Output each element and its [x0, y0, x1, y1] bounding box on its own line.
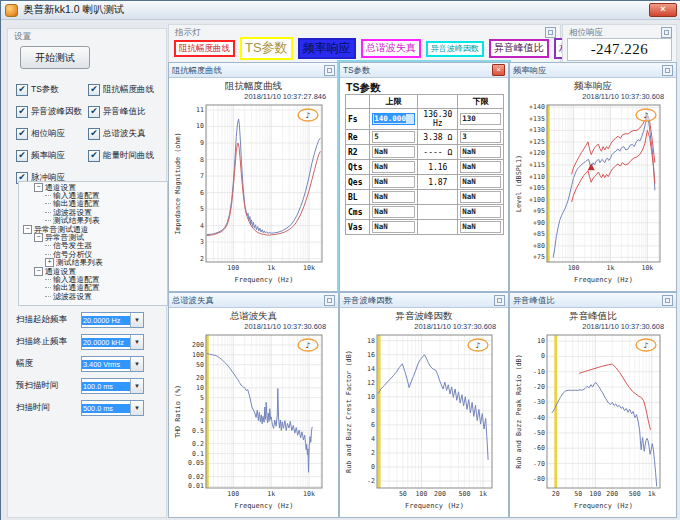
panel-titlebar-crest[interactable]: 异音波峰因数	[340, 293, 508, 308]
checkbox-异音峰值比[interactable]: ✔异音峰值比	[88, 106, 166, 118]
checkbox-总谐波失真[interactable]: ✔总谐波失真	[88, 128, 166, 140]
svg-text:0.2: 0.2	[192, 440, 204, 448]
indicator-panel: 指示灯 阻抗幅度曲线TS参数频率响应总谐波失真异音波峰因数异音峰值比相位响应	[168, 24, 561, 63]
checkbox-异音波峰因数[interactable]: ✔异音波峰因数	[16, 106, 88, 118]
settings-panel: 设置 开始测试 ✔TS参数✔阻抗幅度曲线✔异音波峰因数✔异音峰值比✔相位响应✔总…	[7, 28, 167, 518]
ts-row-R2: R2NaN---- ΩNaN	[346, 145, 504, 160]
chart-title: 阻抗幅度曲线	[173, 80, 334, 92]
ts-lower-input-Re[interactable]: 3	[460, 131, 501, 143]
ts-upper-input-Fs[interactable]: 140.000	[372, 113, 415, 125]
svg-text:+110: +110	[529, 173, 545, 181]
tree-item-输出通道配置[interactable]: 输出通道配置	[19, 200, 167, 208]
spinner-dropdown-icon[interactable]: ▼	[130, 357, 143, 371]
tree-collapse-icon[interactable]: −	[34, 233, 43, 242]
checkbox-label: 总谐波失真	[103, 128, 146, 140]
indicator-异音峰值比[interactable]: 异音峰值比	[489, 39, 549, 58]
checkbox-TS参数[interactable]: ✔TS参数	[16, 84, 88, 96]
panel-titlebar-impedance[interactable]: 阻抗幅度曲线	[169, 63, 338, 78]
indicator-频率响应[interactable]: 频率响应	[298, 38, 356, 59]
tree-collapse-icon[interactable]: −	[34, 267, 43, 276]
spinner-input-幅度[interactable]: 3.400 Vrms▼	[81, 356, 144, 372]
checkbox-阻抗幅度曲线[interactable]: ✔阻抗幅度曲线	[88, 84, 166, 96]
spinner-input-扫描时间[interactable]: 500.0 ms▼	[81, 400, 144, 416]
tree-item-异常音测试[interactable]: −异常音测试	[19, 233, 167, 241]
panel-collapse-icon[interactable]	[662, 295, 673, 306]
tree-item-信号发生器[interactable]: 信号发生器	[19, 242, 167, 250]
ts-upper-value: NaN	[374, 147, 388, 156]
svg-text:11: 11	[196, 106, 204, 114]
ts-upper-input-Vas[interactable]: NaN	[372, 221, 415, 233]
window-titlebar[interactable]: 奥普新kk1.0 喇叭测试 ×	[1, 1, 680, 20]
ts-lower-input-Qes[interactable]: NaN	[460, 176, 501, 188]
ts-row-Cms: CmsNaNNaN	[346, 205, 504, 220]
checkbox-相位响应[interactable]: ✔相位响应	[16, 128, 88, 140]
ts-upper-input-R2[interactable]: NaN	[372, 146, 415, 158]
spinner-dropdown-icon[interactable]: ▼	[130, 379, 143, 393]
chart-title: 异音峰值比	[514, 310, 672, 322]
spinner-dropdown-icon[interactable]: ▼	[130, 401, 143, 415]
spinner-dropdown-icon[interactable]: ▼	[130, 313, 143, 327]
ts-upper-input-Re[interactable]: 5	[372, 131, 415, 143]
svg-text:500: 500	[629, 490, 641, 498]
tree-collapse-icon[interactable]: −	[23, 225, 32, 234]
tree-item-输出通道配置[interactable]: 输出通道配置	[19, 284, 167, 292]
svg-text:-2: -2	[367, 477, 375, 485]
svg-text:8: 8	[200, 156, 204, 164]
svg-text:+140: +140	[529, 103, 545, 111]
spinner-input-预扫描时间[interactable]: 100.0 ms▼	[81, 378, 144, 394]
spinner-dropdown-icon[interactable]: ▼	[130, 335, 143, 349]
ts-lower-input-R2[interactable]: NaN	[460, 146, 501, 158]
start-test-button[interactable]: 开始测试	[20, 46, 90, 69]
spinner-input-扫描起始频率[interactable]: 20.0000 Hz▼	[81, 312, 144, 328]
ts-lower-input-Qts[interactable]: NaN	[460, 161, 501, 173]
svg-text:Frequency (Hz): Frequency (Hz)	[234, 276, 293, 284]
spinner-input-扫描终止频率[interactable]: 20.0000 kHz▼	[81, 334, 144, 350]
window-close-button[interactable]: ×	[649, 3, 677, 17]
panel-titlebar-peak[interactable]: 异音峰值比	[510, 293, 676, 308]
ts-upper-input-Cms[interactable]: NaN	[372, 206, 415, 218]
tree-item-label: 滤波器设置	[53, 291, 92, 302]
indicator-阻抗幅度曲线[interactable]: 阻抗幅度曲线	[174, 40, 235, 57]
panel-titlebar-freq[interactable]: 频率响应	[510, 63, 676, 78]
tree-collapse-icon[interactable]: −	[34, 183, 43, 192]
ts-lower-input-Fs[interactable]: 130	[460, 113, 501, 125]
ts-row-Qes: QesNaN1.87NaN	[346, 175, 504, 190]
ts-upper-input-BL[interactable]: NaN	[372, 191, 415, 203]
panel-collapse-icon[interactable]	[494, 295, 505, 306]
phase-collapse-icon[interactable]	[661, 27, 672, 38]
spinner-row: 幅度3.400 Vrms▼	[16, 353, 166, 375]
svg-text:♪: ♪	[644, 341, 649, 350]
svg-text:0.1: 0.1	[192, 450, 204, 458]
panel-close-icon[interactable]: ×	[492, 64, 505, 76]
svg-text:2: 2	[200, 255, 204, 263]
ts-lower-cell: 3	[458, 130, 504, 145]
checkbox-label: 异音峰值比	[103, 106, 146, 118]
panel-collapse-icon[interactable]	[662, 65, 673, 76]
panel-title: 总谐波失真	[172, 295, 322, 306]
svg-text:-10: -10	[533, 368, 545, 376]
spinner-label: 预扫描时间	[16, 380, 81, 392]
panel-collapse-icon[interactable]	[324, 295, 335, 306]
panel-titlebar-thd[interactable]: 总谐波失真	[169, 293, 338, 308]
indicator-异音波峰因数[interactable]: 异音波峰因数	[426, 41, 484, 57]
ts-upper-input-Qes[interactable]: NaN	[372, 176, 415, 188]
svg-text:10: 10	[537, 337, 545, 345]
indicator-TS参数[interactable]: TS参数	[240, 37, 293, 59]
indicator-总谐波失真[interactable]: 总谐波失真	[361, 39, 421, 58]
panel-collapse-icon[interactable]	[324, 65, 335, 76]
panel-titlebar-ts[interactable]: TS参数×	[340, 63, 508, 78]
svg-text:10: 10	[196, 384, 204, 392]
chart-plot-peak: -80-70-60-50-40-30-20-100102050100200500…	[514, 331, 668, 511]
ts-upper-input-Qts[interactable]: NaN	[372, 161, 415, 173]
checkbox-label: 能量时间曲线	[103, 150, 154, 162]
checkbox-label: 阻抗幅度曲线	[103, 84, 154, 96]
tree-connector	[45, 296, 51, 297]
svg-text:20: 20	[552, 490, 560, 498]
chart-plot-impedance: 2345678910111001k10kFrequency (Hz)Impeda…	[173, 101, 330, 285]
checkbox-能量时间曲线[interactable]: ✔能量时间曲线	[88, 150, 166, 162]
ts-lower-input-BL[interactable]: NaN	[460, 191, 501, 203]
ts-lower-input-Vas[interactable]: NaN	[460, 221, 501, 233]
checkbox-频率响应[interactable]: ✔频率响应	[16, 150, 88, 162]
panel-body: 阻抗幅度曲线2018/11/10 10:37:27.84623456789101…	[169, 78, 338, 293]
ts-lower-input-Cms[interactable]: NaN	[460, 206, 501, 218]
